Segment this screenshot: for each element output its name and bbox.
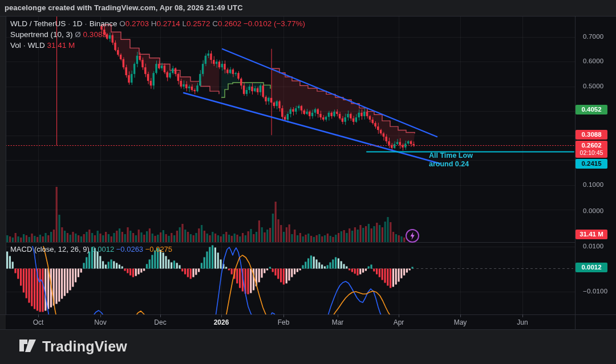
- macd-name: MACD (close, 12, 26, 9): [10, 245, 90, 253]
- price-axis-label: 0.5000: [583, 83, 603, 89]
- time-axis-label: Nov: [94, 318, 106, 326]
- high-value: 0.2714: [157, 19, 180, 28]
- macd-signal-value: −0.0275: [145, 245, 172, 253]
- last-price-badge: 0.260202:10:45: [576, 141, 607, 158]
- price-axis-label: 0.0000: [583, 207, 603, 214]
- time-axis-label: Oct: [33, 318, 44, 326]
- price-badge: 31.41 M: [576, 230, 607, 239]
- symbol-legend: WLD / TetherUS · 1D · Binance O0.2703 H0…: [10, 19, 305, 51]
- price-badge: 0.4052: [576, 105, 607, 114]
- price-axis-label: 0.1000: [583, 181, 603, 188]
- supertrend-row[interactable]: Supertrend (10, 3) Ø 0.3088: [10, 30, 305, 40]
- price-axis-label: 0.6000: [583, 58, 603, 64]
- macd-histogram-value: 0.0012: [91, 245, 114, 253]
- lightning-button[interactable]: [405, 228, 420, 243]
- price-axis-label: 0.7000: [583, 33, 603, 40]
- change-value: −0.0102 (−3.77%): [244, 19, 305, 28]
- chart-canvas[interactable]: [0, 0, 616, 364]
- annotation-all-time-low: All Time Low around 0.24: [429, 152, 473, 169]
- price-badge: 0.2415: [576, 159, 607, 169]
- time-axis-label: May: [454, 318, 467, 326]
- price-axis-label: −0.0100: [583, 288, 607, 295]
- supertrend-name: Supertrend (10, 3): [10, 30, 73, 39]
- price-axis-label: 0.0100: [583, 243, 603, 250]
- tradingview-snapshot: peacelonge created with TradingView.com,…: [0, 0, 616, 364]
- avg-symbol: Ø: [75, 30, 81, 39]
- volume-name: Vol · WLD: [10, 41, 45, 50]
- price-badge: 0.0012: [576, 263, 607, 272]
- symbol-row[interactable]: WLD / TetherUS · 1D · Binance O0.2703 H0…: [10, 19, 305, 29]
- macd-line-value: −0.0263: [116, 245, 143, 253]
- time-axis-label: Mar: [332, 318, 344, 326]
- lightning-icon: [405, 228, 420, 243]
- time-axis-label: Apr: [394, 318, 404, 326]
- countdown-timer: 02:10:45: [579, 149, 604, 157]
- symbol-name: WLD / TetherUS: [10, 19, 66, 28]
- open-value: 0.2703: [125, 19, 149, 28]
- tradingview-logo[interactable]: TradingView: [19, 338, 127, 355]
- time-axis-label: Dec: [154, 318, 166, 326]
- tradingview-logo-icon: [19, 339, 37, 354]
- low-value: 0.2572: [187, 19, 210, 28]
- tradingview-brand-text: TradingView: [42, 338, 127, 355]
- volume-value: 31.41 M: [47, 41, 75, 50]
- time-axis-label: Jun: [517, 318, 528, 326]
- exchange: Binance: [90, 19, 117, 28]
- interval: 1D: [72, 19, 82, 28]
- volume-row[interactable]: Vol · WLD 31.41 M: [10, 40, 305, 51]
- price-badge: 0.3088: [576, 130, 607, 140]
- time-axis-label: Feb: [278, 318, 290, 326]
- close-value: 0.2602: [218, 19, 241, 28]
- time-axis-label: 2026: [214, 318, 229, 326]
- macd-legend[interactable]: MACD (close, 12, 26, 9) 0.0012 −0.0263 −…: [10, 245, 172, 253]
- supertrend-value: 0.3088: [83, 30, 107, 39]
- attribution-bar: peacelonge created with TradingView.com,…: [5, 3, 243, 12]
